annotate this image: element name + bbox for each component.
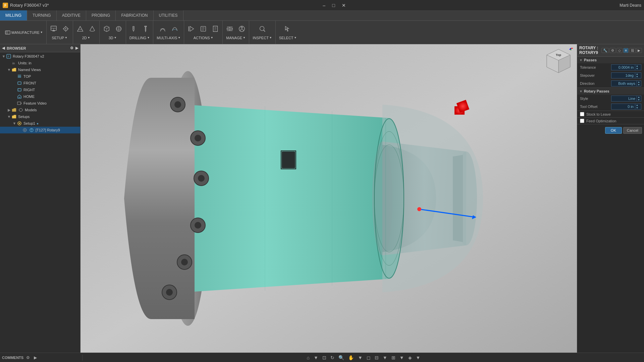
- panel-expand-icon[interactable]: ▶: [636, 48, 642, 53]
- tab-fabrication[interactable]: FABRICATION: [116, 10, 153, 20]
- tree-item-featurevideo[interactable]: Feature Video: [0, 100, 80, 107]
- 2d-button1[interactable]: [74, 24, 86, 34]
- comments-settings-icon[interactable]: ⚙: [25, 355, 31, 361]
- tree-item-setups[interactable]: ▼ Setups: [0, 113, 80, 120]
- tooloffset-input[interactable]: [611, 104, 635, 109]
- tab-probing[interactable]: PROBING: [86, 10, 116, 20]
- close-button[interactable]: ✕: [339, 2, 348, 9]
- tree-item-home[interactable]: HOME: [0, 93, 80, 100]
- tooloffset-increment[interactable]: ▲: [635, 104, 639, 107]
- manage-dropdown[interactable]: MANAGE ▼: [224, 35, 248, 41]
- multiaxis-button1[interactable]: [157, 24, 168, 34]
- home-view-button[interactable]: ⌂: [306, 354, 311, 361]
- multiaxis-button2[interactable]: [169, 24, 180, 34]
- minimize-button[interactable]: –: [320, 2, 328, 9]
- tab-turning[interactable]: TURNING: [27, 10, 57, 20]
- grid-dropdown[interactable]: ▼: [398, 354, 406, 361]
- panel-links-icon[interactable]: ⛓: [629, 48, 636, 53]
- tree-item-front[interactable]: FRONT: [0, 80, 80, 86]
- tree-item-models[interactable]: ▶ Models: [0, 107, 80, 113]
- select-button1[interactable]: [282, 24, 293, 34]
- select-dropdown[interactable]: SELECT ▼: [277, 35, 299, 41]
- analysis-button[interactable]: ◈: [407, 354, 413, 361]
- direction-input[interactable]: [611, 81, 637, 86]
- tab-additive[interactable]: ADDITIVE: [57, 10, 86, 20]
- tree-toggle-models[interactable]: ▶: [7, 108, 11, 112]
- tab-utilities[interactable]: UTILITIES: [154, 10, 183, 20]
- pan-button[interactable]: ✋: [347, 354, 355, 361]
- style-down[interactable]: ▼: [637, 99, 641, 101]
- stepover-increment[interactable]: ▲: [635, 73, 639, 75]
- 3d-button2[interactable]: [113, 24, 124, 34]
- orbit-button[interactable]: ↻: [329, 354, 336, 361]
- 2d-dropdown[interactable]: 2D ▼: [80, 35, 92, 41]
- inspect-button1[interactable]: [257, 24, 268, 34]
- manage-button1[interactable]: [224, 24, 235, 34]
- rotary-passes-section-header[interactable]: ▼ Rotary Passes: [577, 88, 644, 95]
- appearance-button[interactable]: ◻: [365, 354, 372, 361]
- ok-button[interactable]: OK: [605, 127, 622, 134]
- actions-button1[interactable]: [185, 24, 197, 34]
- fit-button[interactable]: ⊡: [321, 354, 328, 361]
- direction-down[interactable]: ▼: [637, 83, 641, 86]
- stepover-decrement[interactable]: ▼: [635, 75, 639, 78]
- tree-toggle-setups[interactable]: ▼: [7, 115, 11, 119]
- style-input[interactable]: [611, 96, 637, 101]
- view-button2[interactable]: ▼: [357, 354, 364, 361]
- tree-toggle-setup1[interactable]: ▼: [12, 121, 17, 125]
- direction-up[interactable]: ▲: [637, 81, 641, 83]
- stepover-input[interactable]: [611, 73, 635, 78]
- zoom-button[interactable]: 🔍: [337, 354, 345, 361]
- cancel-button[interactable]: Cancel: [623, 127, 642, 134]
- grid-button[interactable]: ⊞: [390, 354, 397, 361]
- tab-milling[interactable]: MILLING: [0, 10, 27, 20]
- tree-item-right[interactable]: RIGHT: [0, 86, 80, 93]
- browser-settings-icon[interactable]: ⚙: [70, 46, 73, 50]
- 2d-button2[interactable]: [87, 24, 98, 34]
- tolerance-decrement[interactable]: ▼: [635, 67, 639, 70]
- setup-button[interactable]: [48, 24, 59, 34]
- manage-button2[interactable]: [236, 24, 248, 34]
- comments-expand-icon[interactable]: ▶: [33, 355, 38, 361]
- tolerance-input[interactable]: [611, 65, 635, 70]
- passes-section-header[interactable]: ▼ Passes: [577, 57, 644, 63]
- feedoptimization-checkbox[interactable]: [580, 119, 584, 123]
- tree-item-rotary9[interactable]: [T127] Rotary9: [0, 127, 80, 133]
- inspect-dropdown[interactable]: INSPECT ▼: [251, 35, 274, 41]
- restore-button[interactable]: □: [329, 2, 337, 9]
- viewport[interactable]: Top: [80, 44, 577, 353]
- analysis-dropdown[interactable]: ▼: [415, 354, 422, 361]
- drilling-dropdown[interactable]: DRILLING ▼: [127, 35, 152, 41]
- dropdown-view-button[interactable]: ▼: [312, 354, 320, 361]
- section-button[interactable]: ⊟: [373, 354, 380, 361]
- style-up[interactable]: ▲: [637, 96, 641, 99]
- tree-item-root[interactable]: ▼ F Rotary F360047 v2: [0, 53, 80, 60]
- tree-toggle-root[interactable]: ▼: [1, 54, 6, 58]
- drilling-button2[interactable]: [140, 24, 151, 34]
- tree-item-setup1[interactable]: ▼ Setup1 ●: [0, 120, 80, 127]
- 3d-dropdown[interactable]: 3D ▼: [107, 35, 119, 41]
- section-dropdown[interactable]: ▼: [381, 354, 389, 361]
- tree-toggle-namedviews[interactable]: ▼: [7, 68, 11, 72]
- stocktoleave-checkbox[interactable]: [580, 112, 584, 116]
- setup-button2[interactable]: [60, 24, 71, 34]
- actions-button2[interactable]: [198, 24, 209, 34]
- actions-button3[interactable]: [210, 24, 221, 34]
- panel-tool-icon[interactable]: 🔧: [601, 48, 609, 53]
- panel-geometry-icon[interactable]: ◇: [616, 48, 623, 53]
- multiaxis-dropdown[interactable]: MULTI-AXIS ▼: [155, 35, 182, 41]
- tolerance-increment[interactable]: ▲: [635, 65, 639, 67]
- panel-params-icon[interactable]: ⚙: [609, 48, 616, 53]
- tree-item-namedviews[interactable]: ▼ Named Views: [0, 66, 80, 73]
- panel-passes-icon[interactable]: ≡: [623, 48, 629, 53]
- setup-dropdown[interactable]: SETUP ▼: [50, 35, 69, 41]
- 3d-button1[interactable]: [101, 24, 112, 34]
- actions-dropdown[interactable]: ACTIONS ▼: [192, 35, 215, 41]
- tooloffset-decrement[interactable]: ▼: [635, 107, 639, 109]
- view-cube[interactable]: Top: [543, 48, 574, 78]
- browser-expand-icon[interactable]: ▶: [75, 46, 78, 50]
- drilling-button1[interactable]: [128, 24, 139, 34]
- manufacture-dropdown[interactable]: MANUFACTURE ▼: [3, 28, 45, 37]
- tree-item-top[interactable]: TOP: [0, 73, 80, 80]
- collapse-browser-icon[interactable]: ◀: [2, 46, 5, 50]
